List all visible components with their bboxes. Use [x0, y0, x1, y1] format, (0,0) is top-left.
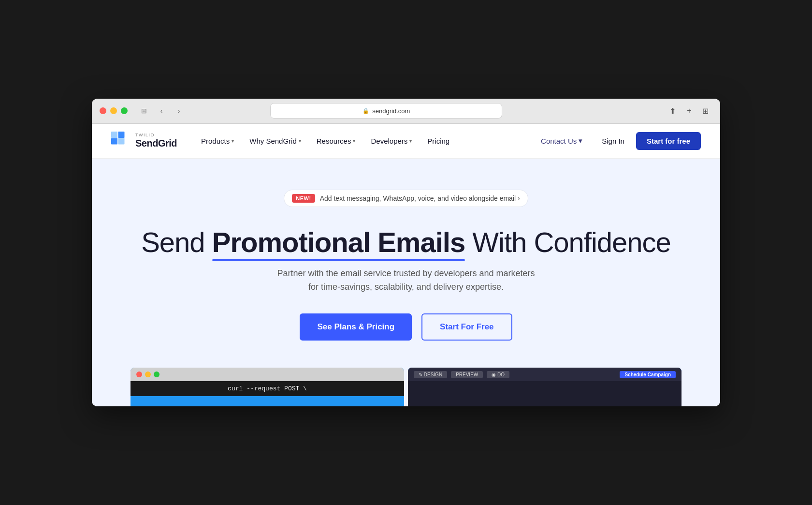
nav-item-why-sendgrid[interactable]: Why SendGrid ▾	[243, 133, 308, 149]
chevron-down-icon: ▾	[409, 138, 412, 144]
svg-rect-1	[118, 132, 125, 138]
start-for-free-nav-button[interactable]: Start for free	[636, 132, 701, 150]
hero-title: Send Promotional Emails With Confidence	[111, 226, 701, 259]
terminal-bar	[130, 368, 404, 381]
chevron-down-icon: ▾	[579, 136, 582, 145]
traffic-light-red[interactable]	[100, 107, 106, 114]
url-text: sendgrid.com	[372, 107, 410, 115]
see-plans-pricing-button[interactable]: See Plans & Pricing	[300, 313, 412, 341]
traffic-lights	[100, 107, 128, 114]
app-preview-card: ✎ DESIGN PREVIEW ◉ DO Schedule Campaign	[408, 368, 682, 406]
sidebar-toggle-button[interactable]: ⊞	[137, 104, 151, 118]
svg-rect-0	[111, 132, 117, 138]
start-for-free-hero-button[interactable]: Start For Free	[421, 313, 512, 341]
app-tab-do: ◉ DO	[487, 371, 509, 378]
chevron-down-icon: ▾	[299, 138, 301, 144]
hero-subtitle: Partner with the email service trusted b…	[276, 267, 536, 295]
nav-item-developers[interactable]: Developers ▾	[364, 133, 419, 149]
app-schedule-cta: Schedule Campaign	[620, 371, 676, 378]
hero-title-part1: Send	[141, 226, 212, 258]
terminal-preview-card: curl --request POST \	[130, 368, 404, 406]
hero-title-bold: Promotional Emails	[212, 226, 465, 258]
back-button[interactable]: ‹	[155, 104, 168, 118]
new-badge: NEW!	[292, 194, 315, 203]
term-dot-yellow	[145, 371, 151, 377]
nav-item-pricing[interactable]: Pricing	[420, 133, 456, 149]
chevron-down-icon: ▾	[232, 138, 234, 144]
app-tab-preview: PREVIEW	[451, 371, 483, 378]
hero-buttons: See Plans & Pricing Start For Free	[111, 313, 701, 341]
hero-title-part2: With Confidence	[465, 226, 671, 258]
browser-toolbar-actions: ⬆ + ⊞	[666, 104, 712, 118]
svg-rect-2	[111, 138, 117, 145]
announcement-banner[interactable]: NEW! Add text messaging, WhatsApp, voice…	[284, 190, 528, 207]
app-preview-body	[408, 381, 682, 406]
app-preview-bar: ✎ DESIGN PREVIEW ◉ DO Schedule Campaign	[408, 368, 682, 381]
nav-item-products[interactable]: Products ▾	[194, 133, 241, 149]
contact-us-button[interactable]: Contact Us ▾	[533, 133, 590, 149]
new-tab-button[interactable]: +	[682, 104, 696, 118]
chevron-down-icon: ▾	[353, 138, 355, 144]
browser-window: ⊞ ‹ › 🔒 sendgrid.com ⬆ + ⊞	[92, 99, 720, 406]
nav-item-resources[interactable]: Resources ▾	[310, 133, 362, 149]
traffic-light-green[interactable]	[121, 107, 128, 114]
term-dot-green	[154, 371, 160, 377]
svg-rect-3	[118, 138, 125, 145]
terminal-body: curl --request POST \	[130, 381, 404, 396]
preview-section: curl --request POST \ ✎ DESIGN PREVIEW ◉…	[111, 368, 701, 406]
sendgrid-logo-icon	[111, 132, 131, 150]
browser-titlebar: ⊞ ‹ › 🔒 sendgrid.com ⬆ + ⊞	[92, 99, 720, 124]
logo-text-area: TWILIO SendGrid	[135, 133, 177, 149]
browser-controls: ⊞ ‹ ›	[137, 104, 186, 118]
nav-right: Contact Us ▾ Sign In Start for free	[533, 132, 701, 150]
sign-in-button[interactable]: Sign In	[594, 133, 632, 149]
twilio-label: TWILIO	[135, 133, 177, 138]
page-content: TWILIO SendGrid Products ▾ Why SendGrid …	[92, 124, 720, 406]
traffic-light-yellow[interactable]	[110, 107, 117, 114]
forward-button[interactable]: ›	[172, 104, 186, 118]
navbar: TWILIO SendGrid Products ▾ Why SendGrid …	[92, 124, 720, 159]
tab-overview-button[interactable]: ⊞	[699, 104, 712, 118]
nav-links: Products ▾ Why SendGrid ▾ Resources ▾ De…	[194, 133, 533, 149]
logo-link[interactable]: TWILIO SendGrid	[111, 132, 177, 150]
hero-section: NEW! Add text messaging, WhatsApp, voice…	[92, 159, 720, 406]
app-tab-design: ✎ DESIGN	[414, 371, 447, 378]
address-bar[interactable]: 🔒 sendgrid.com	[270, 103, 502, 119]
lock-icon: 🔒	[362, 108, 369, 114]
sendgrid-label: SendGrid	[135, 138, 177, 149]
announcement-text: Add text messaging, WhatsApp, voice, and…	[320, 194, 520, 202]
share-button[interactable]: ⬆	[666, 104, 680, 118]
term-dot-red	[136, 371, 142, 377]
